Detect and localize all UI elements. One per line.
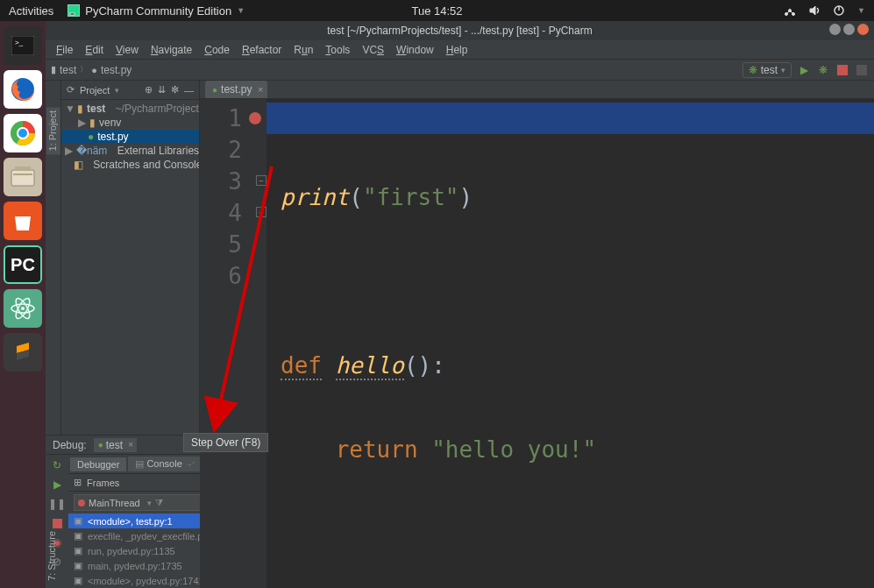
menu-file[interactable]: File [51,42,78,58]
editor-tab-testpy[interactable]: ● test.py [205,81,267,98]
frames-title: Frames [87,478,119,488]
thread-status-icon [78,499,85,507]
svg-line-6 [790,11,793,14]
svg-point-21 [21,307,25,310]
window-maximize[interactable] [843,24,855,35]
chevron-down-icon[interactable]: ▾ [115,86,119,95]
tree-row-testpy[interactable]: ●test.py [61,130,199,144]
system-tray[interactable]: ▼ [784,4,865,17]
files-icon [10,166,36,188]
run-config-selector[interactable]: ❋ test ▾ [743,62,792,78]
menu-refactor[interactable]: Refactor [237,42,287,58]
fold-icon[interactable]: − [256,175,266,186]
current-line-highlight [266,103,874,134]
run-config-name: test [761,64,778,76]
window-minimize[interactable] [829,24,841,35]
line-number-4[interactable]: 4− [200,197,266,229]
line-number-5[interactable]: 5 [200,229,266,260]
tree-row-ext-libs[interactable]: ▶�näm External Libraries [61,144,199,158]
debugger-tab[interactable]: Debugger [70,457,126,471]
left-tool-strip-bottom: 7: Structure [46,528,61,584]
menu-edit[interactable]: Edit [80,42,109,58]
editor-gutter[interactable]: 1 2 3− 4− 5 6 [200,99,266,588]
nav-toolbar: ▮ test 〉 ● test.py ❋ test ▾ ▶ ❋ [46,60,874,81]
python-file-icon: ● [212,85,217,95]
folder-icon: ▮ [51,64,56,75]
line-number-6[interactable]: 6 [200,260,266,292]
editor-tabs: ● test.py [200,81,874,99]
launcher-software[interactable] [4,202,42,240]
sublime-icon [11,341,34,364]
line-number-3[interactable]: 3− [200,166,266,197]
rerun-button[interactable]: ↻ [50,458,64,472]
top-app-menu[interactable]: PyCharm Community Edition ▼ [68,4,245,18]
unity-launcher: >_ PC [0,21,46,588]
chrome-icon [9,119,37,147]
menu-view[interactable]: View [110,42,144,58]
launcher-atom[interactable] [4,289,42,328]
collapse-icon[interactable]: ⇊ [158,84,166,96]
launcher-pycharm[interactable]: PC [4,245,42,284]
activities-button[interactable]: Activities [9,4,53,18]
terminal-icon: >_ [11,36,34,55]
menu-help[interactable]: Help [441,42,473,58]
restore-layout-icon[interactable]: ⊞ [74,477,82,488]
code-editor[interactable]: 1 2 3− 4− 5 6 print("first") def hello()… [200,99,874,588]
debug-button[interactable]: ❋ [816,63,830,77]
run-toolbar: ❋ test ▾ ▶ ❋ [743,62,869,78]
fold-icon[interactable]: − [256,207,266,217]
launcher-firefox[interactable] [4,70,42,109]
sync-icon[interactable]: ⟳ [67,84,75,96]
code-content[interactable]: print("first") def hello(): return "hell… [266,99,874,588]
console-tab[interactable]: ▤ Console →′ [128,457,201,471]
launcher-files[interactable] [4,158,42,196]
pycharm-logo-icon [68,4,80,17]
project-tree[interactable]: ▼▮ test ~/PycharmProjects/ ▶▮venv ●test.… [61,100,199,435]
pause-button[interactable]: ❚❚ [50,497,64,511]
tree-row-venv[interactable]: ▶▮venv [61,116,199,130]
breadcrumb-file[interactable]: test.py [101,64,131,76]
shopping-bag-icon [11,209,34,232]
window-close[interactable] [857,24,869,35]
close-icon[interactable]: × [128,440,133,450]
menu-vcs[interactable]: VCS [357,42,389,58]
line-number-2[interactable]: 2 [200,134,266,166]
menu-bar: File Edit View Navigate Code Refactor Ru… [46,40,874,60]
run-button[interactable]: ▶ [797,63,811,77]
menu-tools[interactable]: Tools [320,42,355,58]
tree-row-scratches[interactable]: ◧ Scratches and Consoles [61,158,199,172]
hide-icon[interactable]: — [184,85,194,96]
svg-text:>_: >_ [15,39,24,46]
breadcrumb[interactable]: ▮ test 〉 ● test.py [51,64,131,76]
pycharm-window: test [~/PycharmProjects/test] - .../test… [46,21,874,588]
svg-rect-16 [13,174,32,175]
chevron-down-icon: ▾ [147,499,152,507]
structure-tool-tab[interactable]: 7: Structure [46,528,58,584]
debug-session-tab[interactable]: ● test × [94,438,137,452]
filter-icon[interactable]: ⧩ [155,497,163,508]
breadcrumb-root[interactable]: test [60,64,76,76]
gnome-top-bar: Activities PyCharm Community Edition ▼ T… [0,0,874,21]
clock[interactable]: Tue 14:52 [411,4,462,18]
svg-rect-15 [11,170,34,186]
launcher-chrome[interactable] [4,114,42,152]
menu-navigate[interactable]: Navigate [146,42,197,58]
stop-all-button[interactable] [855,63,869,77]
tree-row-root[interactable]: ▼▮ test ~/PycharmProjects/ [61,102,199,116]
launcher-sublime[interactable] [4,333,42,372]
gear-icon[interactable]: ✼ [171,84,179,96]
project-tool-tab[interactable]: 1: Project [46,107,60,154]
project-pane-title: Project [80,85,110,96]
top-app-name: PyCharm Community Edition [85,4,231,18]
menu-window[interactable]: Window [391,42,439,58]
launcher-terminal[interactable]: >_ [4,26,42,65]
network-icon [784,4,796,17]
resume-button[interactable]: ▶ [50,478,64,492]
menu-run[interactable]: Run [288,42,318,58]
line-number-1[interactable]: 1 [200,103,266,134]
svg-marker-7 [810,6,815,15]
menu-code[interactable]: Code [199,42,235,58]
stop-button[interactable] [835,63,849,77]
debug-title: Debug: [53,439,87,451]
target-icon[interactable]: ⊕ [145,84,153,96]
